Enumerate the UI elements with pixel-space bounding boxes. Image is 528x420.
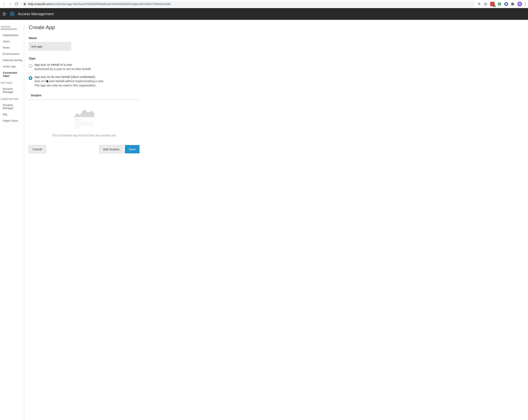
scopes-section: Scopes This connected app doesn't have a… [29,93,524,139]
sidebar-item-environments[interactable]: Environments [0,51,24,57]
sidebar-group-title: ACCESS MANAGEMENT [0,23,24,32]
scopes-label: Scopes [31,93,524,97]
sidebar-group-title: SETTINGS [0,79,24,86]
lock-icon [24,3,26,5]
radio-desc: Acts on its own behalf without impersona… [34,79,109,87]
main-content: Create App Name Type App acts on behalf … [24,20,528,420]
extension-blue-ring-icon[interactable] [504,2,508,6]
profile-avatar[interactable]: R [517,2,522,6]
svg-marker-4 [484,2,487,5]
app-header: Access Management [0,8,528,20]
name-input[interactable] [29,42,71,50]
sidebar-group-title: SUBSCRIPTION [0,95,24,102]
add-scopes-button[interactable]: Add Scopes [99,145,123,153]
nav-arrows [2,2,18,6]
name-label: Name [29,36,524,40]
type-label: Type [29,57,524,60]
sidebar-group-access-management: ACCESS MANAGEMENT Organization Users Rol… [0,23,24,79]
chrome-menu-icon[interactable] [525,2,526,5]
cancel-button[interactable]: Cancel [29,145,46,153]
sidebar: ACCESS MANAGEMENT Organization Users Rol… [0,20,24,420]
empty-chart-icon [74,107,94,117]
page-title: Create App [29,24,524,31]
button-row: Cancel Add Scopes Save [29,145,140,153]
hamburger-menu-icon[interactable] [3,12,6,15]
sidebar-item-users[interactable]: Users [0,38,24,45]
sidebar-group-settings: SETTINGS Runtime Manager [0,79,24,95]
sidebar-item-external-identity[interactable]: External Identity [0,57,24,63]
forward-arrow-icon[interactable] [9,2,12,6]
radio-option-user-behalf[interactable]: App acts on behalf of a user Authorized … [29,62,109,71]
radio-icon[interactable] [29,64,32,68]
app-gear-icon [10,12,14,16]
svg-point-6 [12,13,13,14]
sidebar-item-object-store[interactable]: Object Store [0,118,24,124]
url-text: help.mulesoft.com/servlet/rtaImage?eid=k… [28,2,171,6]
sidebar-item-mq[interactable]: MQ [0,111,24,118]
scopes-empty-state: This connected app doesn't have any scop… [29,104,140,139]
app-title: Access Management [18,12,54,16]
sidebar-item-settings-runtime-manager[interactable]: Runtime Manager [0,86,24,95]
radio-option-client-credentials[interactable]: App acts on its own behalf (client crede… [29,75,109,87]
save-button[interactable]: Save [125,145,140,153]
sidebar-item-connected-apps[interactable]: Connected Apps [0,70,24,79]
scopes-empty-message: This connected app doesn't have any scop… [52,134,116,137]
browser-chrome: help.mulesoft.com/servlet/rtaImage?eid=k… [0,0,528,8]
reload-icon[interactable] [14,2,18,6]
back-arrow-icon[interactable] [2,2,6,6]
type-section: Type App acts on behalf of a user Author… [29,57,524,87]
address-bar[interactable]: help.mulesoft.com/servlet/rtaImage?eid=k… [21,1,475,7]
sidebar-item-roles[interactable]: Roles [0,45,24,51]
sidebar-item-organization[interactable]: Organization [0,32,24,38]
radio-title: App acts on its own behalf (client crede… [34,75,109,79]
empty-placeholder-lines [75,119,94,128]
chrome-actions: ⋯ 8 R [478,2,526,6]
radio-icon-selected[interactable] [29,76,32,80]
radio-title: App acts on behalf of a user [34,62,91,67]
sidebar-item-sub-runtime-manager[interactable]: Runtime Manager [0,102,24,111]
extensions-puzzle-icon[interactable] [511,2,515,6]
sidebar-group-subscription: SUBSCRIPTION Runtime Manager MQ Object S… [0,95,24,124]
bookmark-star-icon[interactable] [484,2,487,6]
zoom-icon[interactable] [478,2,481,6]
scopes-divider [29,99,140,100]
extension-green-icon[interactable] [497,2,502,6]
sidebar-item-audit-logs[interactable]: Audit Logs [0,63,24,70]
radio-desc: Authorized by a user to act on their beh… [34,67,91,71]
name-section: Name [29,36,524,50]
extension-red-badge[interactable]: ⋯ 8 [490,2,495,6]
svg-line-3 [480,5,480,5]
